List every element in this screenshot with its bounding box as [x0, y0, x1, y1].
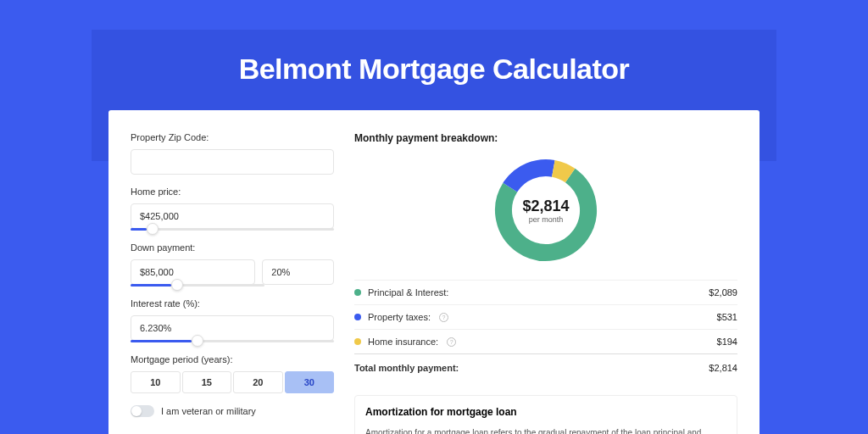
- breakdown-heading: Monthly payment breakdown:: [354, 132, 737, 144]
- price-label: Home price:: [131, 186, 334, 197]
- price-slider-thumb[interactable]: [147, 223, 159, 235]
- price-input[interactable]: [131, 203, 334, 229]
- legend-insurance-value: $194: [717, 337, 737, 347]
- amortization-text: Amortization for a mortgage loan refers …: [365, 426, 726, 434]
- price-slider[interactable]: [131, 228, 334, 231]
- rate-slider[interactable]: [131, 340, 334, 342]
- period-btn-10[interactable]: 10: [131, 371, 181, 393]
- info-icon[interactable]: ?: [439, 313, 448, 322]
- amortization-title: Amortization for mortgage loan: [365, 406, 726, 418]
- period-btn-20[interactable]: 20: [233, 371, 283, 393]
- legend-total-label: Total monthly payment:: [354, 363, 459, 373]
- zip-label: Property Zip Code:: [131, 132, 334, 142]
- zip-input[interactable]: [131, 149, 334, 175]
- legend-total-value: $2,814: [709, 363, 737, 373]
- period-buttons: 10 15 20 30: [131, 371, 334, 393]
- donut-amount: $2,814: [522, 198, 569, 215]
- rate-field-group: Interest rate (%):: [131, 298, 334, 342]
- down-slider[interactable]: [131, 284, 264, 287]
- form-column: Property Zip Code: Home price: Down paym…: [131, 132, 334, 434]
- veteran-label: I am veteran or military: [161, 406, 256, 416]
- legend-taxes-label: Property taxes:: [368, 312, 431, 322]
- zip-field-group: Property Zip Code:: [131, 132, 334, 175]
- veteran-row: I am veteran or military: [131, 405, 334, 417]
- rate-slider-thumb[interactable]: [192, 335, 203, 347]
- amortization-box: Amortization for mortgage loan Amortizat…: [354, 395, 737, 434]
- calculator-card: Property Zip Code: Home price: Down paym…: [108, 110, 760, 434]
- breakdown-column: Monthly payment breakdown: $2,814 per mo…: [354, 132, 737, 434]
- legend-taxes-value: $531: [717, 312, 737, 322]
- legend-taxes: Property taxes: ? $531: [354, 304, 737, 329]
- down-label: Down payment:: [131, 242, 334, 253]
- price-field-group: Home price:: [131, 186, 334, 231]
- legend-total: Total monthly payment: $2,814: [354, 353, 737, 380]
- legend-insurance-label: Home insurance:: [368, 337, 438, 347]
- dot-green-icon: [354, 289, 361, 296]
- info-icon[interactable]: ?: [447, 337, 456, 347]
- period-btn-30[interactable]: 30: [285, 371, 335, 393]
- down-slider-fill: [131, 284, 171, 287]
- donut-center: $2,814 per month: [522, 198, 569, 224]
- down-field-group: Down payment:: [131, 242, 334, 287]
- veteran-toggle[interactable]: [131, 405, 154, 417]
- legend-principal-label: Principal & Interest:: [368, 287, 448, 298]
- donut-chart: $2,814 per month: [493, 158, 598, 263]
- period-btn-15[interactable]: 15: [182, 371, 232, 393]
- dot-yellow-icon: [354, 338, 361, 345]
- donut-sub: per month: [522, 215, 569, 224]
- period-label: Mortgage period (years):: [131, 354, 334, 364]
- down-pct-input[interactable]: [262, 259, 334, 285]
- rate-input[interactable]: [131, 315, 334, 341]
- rate-slider-fill: [131, 340, 192, 342]
- legend-insurance: Home insurance: ? $194: [354, 329, 737, 353]
- rate-label: Interest rate (%):: [131, 298, 334, 309]
- price-slider-fill: [131, 228, 147, 231]
- page-title: Belmont Mortgage Calculator: [0, 53, 868, 86]
- legend-principal-value: $2,089: [709, 287, 737, 298]
- period-field-group: Mortgage period (years): 10 15 20 30: [131, 354, 334, 393]
- donut-chart-row: $2,814 per month: [354, 158, 737, 263]
- dot-blue-icon: [354, 314, 361, 320]
- legend-principal: Principal & Interest: $2,089: [354, 280, 737, 304]
- down-slider-thumb[interactable]: [171, 279, 183, 291]
- down-amount-input[interactable]: [131, 259, 255, 285]
